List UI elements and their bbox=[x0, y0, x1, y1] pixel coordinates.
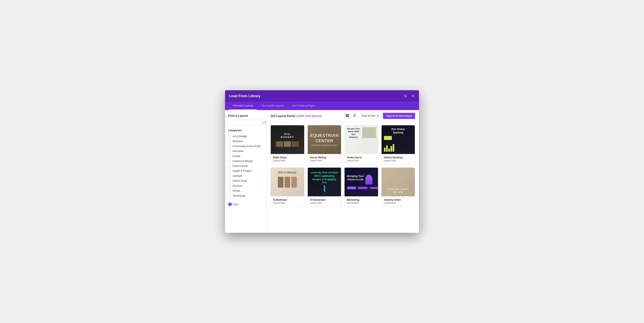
category-services[interactable]: Services bbox=[228, 183, 263, 188]
tag-copywriting: Copywriting bbox=[369, 186, 378, 190]
ob-bar-2 bbox=[386, 145, 388, 152]
category-checkbox-community[interactable] bbox=[228, 145, 231, 148]
card-thumb-marketing: Bringing YourVision to Life Branding Ill… bbox=[344, 168, 378, 196]
marketing-tags: Branding Illustration Copywriting bbox=[347, 186, 376, 190]
categories-title: Categories bbox=[228, 129, 263, 132]
category-technology[interactable]: Technology bbox=[228, 193, 263, 198]
category-community[interactable]: Community & Non-Profit bbox=[228, 144, 263, 149]
category-label-business: Business bbox=[232, 140, 243, 143]
total-layouts-count: (2388 Total layouts) bbox=[296, 114, 322, 118]
card-thumb-homedecor: Elevate YourHome With DiviInteriors bbox=[344, 125, 378, 154]
ob-chart bbox=[384, 144, 413, 152]
category-checkbox-business[interactable] bbox=[228, 140, 231, 143]
category-checkbox-online-store[interactable] bbox=[228, 180, 231, 182]
layout-card-aigenerator[interactable]: Level Up Your ContentWith CaptivatingIma… bbox=[308, 168, 342, 206]
category-checkbox-services[interactable] bbox=[228, 184, 231, 187]
homedecor-text: Elevate YourHome With DiviInteriors bbox=[346, 127, 360, 152]
modal-header: Load From Library ⇅ ✕ bbox=[225, 90, 419, 102]
modal-body: Find A Layout + Filter Categories Art & … bbox=[225, 110, 419, 233]
layout-card-marketing[interactable]: Bringing YourVision to Life Branding Ill… bbox=[344, 168, 378, 206]
category-food[interactable]: Food & Drink bbox=[228, 164, 263, 168]
category-lifestyle[interactable]: Lifestyle bbox=[228, 174, 263, 178]
category-education[interactable]: Education bbox=[228, 149, 263, 154]
divi-cloud-button[interactable]: Sign In To Divi Cloud bbox=[383, 113, 415, 119]
layout-card-onlinebanking[interactable]: Divi OnlineBanking Onli bbox=[381, 125, 415, 164]
product-3 bbox=[291, 177, 297, 188]
category-label-fashion: Fashion & Beauty bbox=[232, 160, 253, 162]
bakeshop-img-2 bbox=[284, 141, 291, 147]
ob-bar-3 bbox=[388, 149, 390, 152]
sidebar-title: Find A Layout bbox=[228, 114, 263, 117]
main-content: 225 Layout Packs (2388 Total layouts) bbox=[266, 110, 419, 233]
category-simple[interactable]: Simple bbox=[228, 188, 263, 193]
card-thumb-aigenerator: Level Up Your ContentWith CaptivatingIma… bbox=[308, 168, 341, 196]
card-type-homedecor: Layout Pack bbox=[347, 159, 376, 162]
category-checkbox-fashion[interactable] bbox=[228, 160, 231, 162]
category-checkbox-food[interactable] bbox=[228, 165, 231, 168]
grid-view-button[interactable] bbox=[344, 113, 350, 119]
card-type-aigenerator: Layout Pack bbox=[310, 202, 339, 204]
category-label-community: Community & Non-Profit bbox=[232, 145, 260, 148]
esthetician-products bbox=[278, 177, 297, 188]
close-button[interactable]: ✕ bbox=[410, 94, 415, 98]
card-name-onlinebanking: Online Banking bbox=[384, 156, 413, 159]
category-events[interactable]: Events bbox=[228, 154, 263, 158]
category-checkbox-technology[interactable] bbox=[228, 194, 231, 197]
help-button[interactable]: ? Help bbox=[228, 202, 263, 207]
marketing-content: Bringing YourVision to Life Branding Ill… bbox=[344, 168, 378, 196]
tab-existing-pages[interactable]: Your Existing Pages bbox=[288, 102, 319, 110]
layout-card-esthetician[interactable]: Divi is Beauty Esthetician Layout Pack bbox=[270, 168, 304, 206]
category-checkbox-simple[interactable] bbox=[228, 190, 231, 192]
search-input[interactable] bbox=[228, 120, 262, 125]
card-info-jewelryartist: Jewelry Artist Layout Pack bbox=[382, 196, 415, 206]
filter-button[interactable]: + Filter bbox=[262, 120, 266, 125]
tag-illustration: Illustration bbox=[358, 186, 368, 190]
category-online-store[interactable]: Online Store bbox=[228, 178, 263, 183]
category-health[interactable]: Health & Fitness bbox=[228, 168, 263, 174]
product-1 bbox=[278, 177, 284, 188]
svg-rect-1 bbox=[348, 114, 349, 116]
card-thumb-horseriding: EQUESTRIANCENTER Full Service Equestrian… bbox=[308, 125, 341, 154]
layout-card-horseriding[interactable]: EQUESTRIANCENTER Full Service Equestrian… bbox=[308, 125, 342, 164]
category-checkbox-education[interactable] bbox=[228, 150, 231, 152]
resize-button[interactable]: ⇅ bbox=[403, 94, 408, 98]
category-art-design[interactable]: Art & Design bbox=[228, 134, 263, 139]
grid-icon bbox=[346, 114, 349, 117]
category-fashion[interactable]: Fashion & Beauty bbox=[228, 158, 263, 164]
category-business[interactable]: Business bbox=[228, 139, 263, 144]
card-type-onlinebanking: Layout Pack bbox=[384, 159, 413, 162]
card-name-aigenerator: AI Generator bbox=[310, 198, 339, 201]
list-view-button[interactable] bbox=[351, 113, 358, 119]
bakeshop-img-3 bbox=[292, 141, 299, 147]
content-header-right: New To Old Old To New A to Z Z to A Sign… bbox=[344, 113, 415, 119]
card-info-homedecor: Home Decor Layout Pack bbox=[344, 154, 378, 164]
categories-list: Art & Design Business Community & Non-Pr… bbox=[228, 134, 263, 198]
product-2 bbox=[284, 177, 290, 188]
card-thumb-onlinebanking: Divi OnlineBanking bbox=[382, 125, 415, 154]
ai-swirl-icon: ⌇ bbox=[310, 185, 339, 193]
category-label-events: Events bbox=[232, 154, 240, 158]
layout-card-bakeshop[interactable]: DIVIBAKERY Bake Shop Layout Pack bbox=[270, 125, 304, 164]
homedecor-content: Elevate YourHome With DiviInteriors bbox=[344, 125, 378, 154]
svg-rect-3 bbox=[348, 116, 349, 117]
card-info-aigenerator: AI Generator Layout Pack bbox=[308, 196, 341, 206]
category-checkbox-lifestyle[interactable] bbox=[228, 174, 231, 177]
category-label-online-store: Online Store bbox=[232, 179, 247, 182]
layout-card-homedecor[interactable]: Elevate YourHome With DiviInteriors Home… bbox=[344, 125, 378, 164]
header-actions: ⇅ ✕ bbox=[403, 94, 415, 98]
card-thumb-jewelry: Handmade JewelryBy Jane bbox=[382, 168, 415, 196]
category-label-lifestyle: Lifestyle bbox=[232, 174, 242, 177]
category-label-health: Health & Fitness bbox=[232, 170, 251, 172]
tab-premade-layouts[interactable]: Premade Layouts bbox=[229, 102, 257, 110]
ob-bar-5 bbox=[393, 144, 394, 152]
tab-saved-layouts[interactable]: Your Saved Layouts bbox=[257, 102, 288, 110]
layout-card-jewelryartist[interactable]: Handmade JewelryBy Jane Jewelry Artist L… bbox=[381, 168, 415, 206]
category-label-education: Education bbox=[232, 150, 244, 152]
svg-rect-0 bbox=[346, 114, 347, 116]
sort-select[interactable]: New To Old Old To New A to Z Z to A bbox=[360, 113, 381, 119]
help-label: Help bbox=[233, 203, 238, 206]
esthetician-headline: Divi is Beauty bbox=[278, 171, 296, 174]
category-checkbox-art-design[interactable] bbox=[228, 135, 231, 138]
category-checkbox-health[interactable] bbox=[228, 170, 231, 172]
category-checkbox-events[interactable] bbox=[228, 155, 231, 158]
